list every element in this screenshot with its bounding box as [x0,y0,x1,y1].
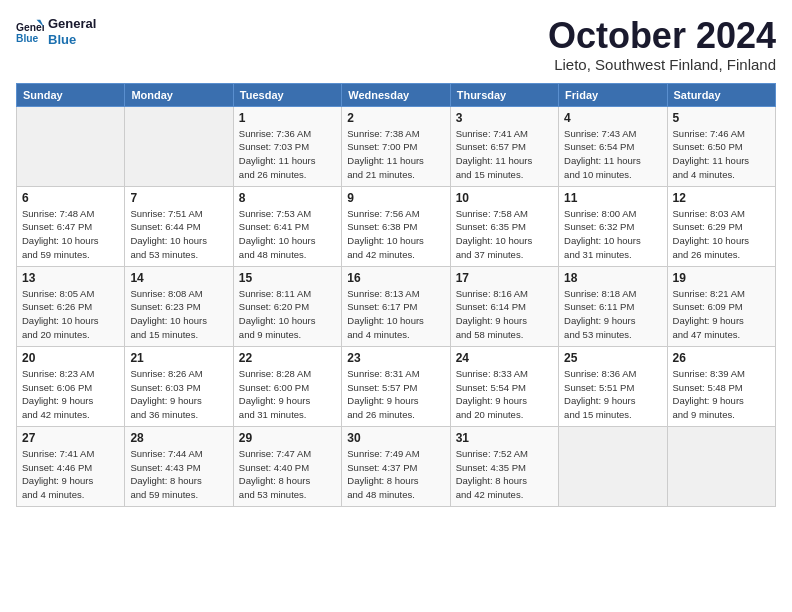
calendar-cell: 6Sunrise: 7:48 AM Sunset: 6:47 PM Daylig… [17,186,125,266]
day-info: Sunrise: 8:33 AM Sunset: 5:54 PM Dayligh… [456,367,553,422]
calendar-cell: 13Sunrise: 8:05 AM Sunset: 6:26 PM Dayli… [17,266,125,346]
logo-line2: Blue [48,32,96,48]
calendar-cell: 28Sunrise: 7:44 AM Sunset: 4:43 PM Dayli… [125,426,233,506]
day-number: 26 [673,351,770,365]
day-number: 5 [673,111,770,125]
day-number: 10 [456,191,553,205]
day-number: 22 [239,351,336,365]
day-number: 17 [456,271,553,285]
day-info: Sunrise: 8:16 AM Sunset: 6:14 PM Dayligh… [456,287,553,342]
calendar-cell: 5Sunrise: 7:46 AM Sunset: 6:50 PM Daylig… [667,106,775,186]
day-number: 27 [22,431,119,445]
day-number: 4 [564,111,661,125]
day-info: Sunrise: 8:28 AM Sunset: 6:00 PM Dayligh… [239,367,336,422]
calendar-cell [17,106,125,186]
calendar-cell: 29Sunrise: 7:47 AM Sunset: 4:40 PM Dayli… [233,426,341,506]
day-number: 28 [130,431,227,445]
calendar-cell [559,426,667,506]
calendar-cell: 27Sunrise: 7:41 AM Sunset: 4:46 PM Dayli… [17,426,125,506]
week-row-1: 6Sunrise: 7:48 AM Sunset: 6:47 PM Daylig… [17,186,776,266]
calendar-cell: 11Sunrise: 8:00 AM Sunset: 6:32 PM Dayli… [559,186,667,266]
day-number: 1 [239,111,336,125]
logo-icon: General Blue [16,18,44,46]
calendar-cell: 25Sunrise: 8:36 AM Sunset: 5:51 PM Dayli… [559,346,667,426]
calendar-cell: 1Sunrise: 7:36 AM Sunset: 7:03 PM Daylig… [233,106,341,186]
header: General Blue General Blue October 2024 L… [16,16,776,73]
day-info: Sunrise: 8:26 AM Sunset: 6:03 PM Dayligh… [130,367,227,422]
calendar-cell: 15Sunrise: 8:11 AM Sunset: 6:20 PM Dayli… [233,266,341,346]
day-number: 2 [347,111,444,125]
day-number: 19 [673,271,770,285]
day-info: Sunrise: 8:11 AM Sunset: 6:20 PM Dayligh… [239,287,336,342]
calendar-cell: 10Sunrise: 7:58 AM Sunset: 6:35 PM Dayli… [450,186,558,266]
header-thursday: Thursday [450,83,558,106]
day-number: 18 [564,271,661,285]
calendar-cell: 9Sunrise: 7:56 AM Sunset: 6:38 PM Daylig… [342,186,450,266]
day-info: Sunrise: 8:21 AM Sunset: 6:09 PM Dayligh… [673,287,770,342]
calendar-cell: 26Sunrise: 8:39 AM Sunset: 5:48 PM Dayli… [667,346,775,426]
logo: General Blue General Blue [16,16,96,47]
day-number: 14 [130,271,227,285]
day-info: Sunrise: 7:43 AM Sunset: 6:54 PM Dayligh… [564,127,661,182]
calendar-cell: 7Sunrise: 7:51 AM Sunset: 6:44 PM Daylig… [125,186,233,266]
day-number: 30 [347,431,444,445]
day-info: Sunrise: 7:48 AM Sunset: 6:47 PM Dayligh… [22,207,119,262]
calendar-cell: 4Sunrise: 7:43 AM Sunset: 6:54 PM Daylig… [559,106,667,186]
day-number: 29 [239,431,336,445]
day-info: Sunrise: 7:38 AM Sunset: 7:00 PM Dayligh… [347,127,444,182]
day-info: Sunrise: 7:44 AM Sunset: 4:43 PM Dayligh… [130,447,227,502]
day-number: 7 [130,191,227,205]
day-number: 16 [347,271,444,285]
header-sunday: Sunday [17,83,125,106]
day-info: Sunrise: 7:41 AM Sunset: 4:46 PM Dayligh… [22,447,119,502]
day-info: Sunrise: 7:49 AM Sunset: 4:37 PM Dayligh… [347,447,444,502]
day-info: Sunrise: 8:13 AM Sunset: 6:17 PM Dayligh… [347,287,444,342]
calendar-cell: 8Sunrise: 7:53 AM Sunset: 6:41 PM Daylig… [233,186,341,266]
day-number: 8 [239,191,336,205]
day-number: 31 [456,431,553,445]
calendar-table: SundayMondayTuesdayWednesdayThursdayFrid… [16,83,776,507]
day-info: Sunrise: 8:18 AM Sunset: 6:11 PM Dayligh… [564,287,661,342]
calendar-cell: 14Sunrise: 8:08 AM Sunset: 6:23 PM Dayli… [125,266,233,346]
calendar-cell: 12Sunrise: 8:03 AM Sunset: 6:29 PM Dayli… [667,186,775,266]
day-info: Sunrise: 8:05 AM Sunset: 6:26 PM Dayligh… [22,287,119,342]
day-info: Sunrise: 7:46 AM Sunset: 6:50 PM Dayligh… [673,127,770,182]
day-info: Sunrise: 8:00 AM Sunset: 6:32 PM Dayligh… [564,207,661,262]
day-number: 12 [673,191,770,205]
day-info: Sunrise: 8:23 AM Sunset: 6:06 PM Dayligh… [22,367,119,422]
header-monday: Monday [125,83,233,106]
week-row-0: 1Sunrise: 7:36 AM Sunset: 7:03 PM Daylig… [17,106,776,186]
day-info: Sunrise: 7:41 AM Sunset: 6:57 PM Dayligh… [456,127,553,182]
day-number: 21 [130,351,227,365]
week-row-3: 20Sunrise: 8:23 AM Sunset: 6:06 PM Dayli… [17,346,776,426]
calendar-cell: 17Sunrise: 8:16 AM Sunset: 6:14 PM Dayli… [450,266,558,346]
svg-text:Blue: Blue [16,33,39,44]
svg-text:General: General [16,22,44,33]
calendar-header-row: SundayMondayTuesdayWednesdayThursdayFrid… [17,83,776,106]
day-info: Sunrise: 8:39 AM Sunset: 5:48 PM Dayligh… [673,367,770,422]
logo-line1: General [48,16,96,32]
day-number: 11 [564,191,661,205]
header-wednesday: Wednesday [342,83,450,106]
header-tuesday: Tuesday [233,83,341,106]
day-number: 20 [22,351,119,365]
day-info: Sunrise: 8:31 AM Sunset: 5:57 PM Dayligh… [347,367,444,422]
day-info: Sunrise: 7:52 AM Sunset: 4:35 PM Dayligh… [456,447,553,502]
week-row-4: 27Sunrise: 7:41 AM Sunset: 4:46 PM Dayli… [17,426,776,506]
calendar-cell: 22Sunrise: 8:28 AM Sunset: 6:00 PM Dayli… [233,346,341,426]
week-row-2: 13Sunrise: 8:05 AM Sunset: 6:26 PM Dayli… [17,266,776,346]
calendar-cell: 31Sunrise: 7:52 AM Sunset: 4:35 PM Dayli… [450,426,558,506]
day-info: Sunrise: 7:47 AM Sunset: 4:40 PM Dayligh… [239,447,336,502]
day-number: 23 [347,351,444,365]
title-section: October 2024 Lieto, Southwest Finland, F… [548,16,776,73]
location-title: Lieto, Southwest Finland, Finland [548,56,776,73]
day-number: 3 [456,111,553,125]
header-friday: Friday [559,83,667,106]
calendar-cell: 23Sunrise: 8:31 AM Sunset: 5:57 PM Dayli… [342,346,450,426]
day-number: 15 [239,271,336,285]
calendar-cell: 24Sunrise: 8:33 AM Sunset: 5:54 PM Dayli… [450,346,558,426]
calendar-cell: 2Sunrise: 7:38 AM Sunset: 7:00 PM Daylig… [342,106,450,186]
day-info: Sunrise: 8:08 AM Sunset: 6:23 PM Dayligh… [130,287,227,342]
day-info: Sunrise: 8:03 AM Sunset: 6:29 PM Dayligh… [673,207,770,262]
day-info: Sunrise: 7:58 AM Sunset: 6:35 PM Dayligh… [456,207,553,262]
